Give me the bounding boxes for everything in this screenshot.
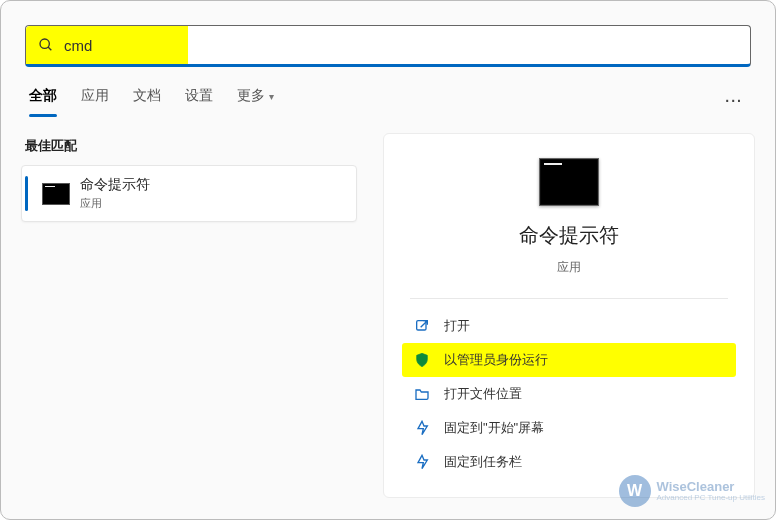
divider [410, 298, 728, 299]
tab-apps-label: 应用 [81, 87, 109, 105]
pin-icon [414, 420, 430, 436]
tab-apps[interactable]: 应用 [81, 87, 109, 115]
search-empty-area[interactable] [188, 26, 750, 64]
action-pin-start[interactable]: 固定到"开始"屏幕 [402, 411, 736, 445]
tab-settings-label: 设置 [185, 87, 213, 105]
tab-more-label: 更多 [237, 87, 265, 105]
tab-documents-label: 文档 [133, 87, 161, 105]
svg-point-0 [40, 39, 49, 48]
action-pin-taskbar-label: 固定到任务栏 [444, 453, 522, 471]
action-pin-start-label: 固定到"开始"屏幕 [444, 419, 544, 437]
preview-title: 命令提示符 [519, 222, 619, 249]
watermark-logo: W [619, 475, 651, 507]
tab-more[interactable]: 更多▾ [237, 87, 274, 115]
action-pin-taskbar[interactable]: 固定到任务栏 [402, 445, 736, 479]
overflow-menu-button[interactable]: ··· [725, 93, 751, 109]
watermark: W WiseCleaner Advanced PC Tune-up Utilit… [619, 475, 766, 507]
shield-icon [414, 352, 430, 368]
search-icon [38, 37, 54, 53]
action-run-as-admin[interactable]: 以管理员身份运行 [402, 343, 736, 377]
tab-settings[interactable]: 设置 [185, 87, 213, 115]
best-match-heading: 最佳匹配 [25, 137, 353, 155]
open-icon [414, 318, 430, 334]
action-open-location-label: 打开文件位置 [444, 385, 522, 403]
action-run-as-admin-label: 以管理员身份运行 [444, 351, 548, 369]
pin-icon [414, 454, 430, 470]
tab-documents[interactable]: 文档 [133, 87, 161, 115]
svg-line-1 [48, 47, 51, 50]
folder-icon [414, 386, 430, 402]
tab-all[interactable]: 全部 [29, 87, 57, 115]
search-input-area[interactable]: cmd [26, 26, 188, 64]
action-open[interactable]: 打开 [402, 309, 736, 343]
search-bar[interactable]: cmd [25, 25, 751, 67]
action-open-label: 打开 [444, 317, 470, 335]
search-tabs: 全部 应用 文档 设置 更多▾ ··· [1, 73, 775, 115]
result-cmd[interactable]: 命令提示符 应用 [21, 165, 357, 222]
preview-subtitle: 应用 [557, 259, 581, 276]
preview-panel: 命令提示符 应用 打开 以管理员身份运行 打开文件位置 [383, 133, 755, 498]
svg-rect-2 [417, 321, 426, 330]
result-title: 命令提示符 [80, 176, 150, 194]
action-open-location[interactable]: 打开文件位置 [402, 377, 736, 411]
result-subtitle: 应用 [80, 196, 150, 211]
watermark-tagline: Advanced PC Tune-up Utilities [657, 493, 766, 502]
tab-all-label: 全部 [29, 87, 57, 105]
cmd-large-icon [539, 158, 599, 206]
chevron-down-icon: ▾ [269, 91, 274, 102]
search-query: cmd [64, 37, 92, 54]
cmd-icon [42, 183, 70, 205]
watermark-brand: WiseCleaner [657, 481, 766, 493]
